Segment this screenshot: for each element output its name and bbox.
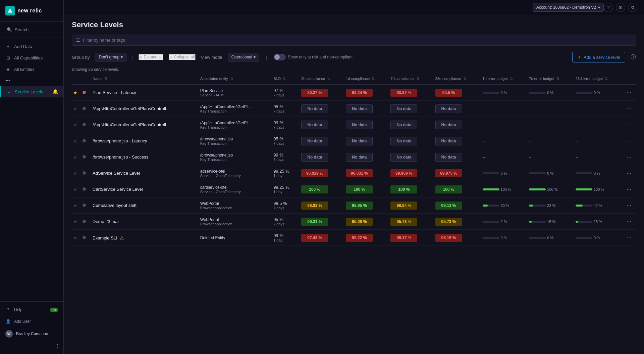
table-help-icon[interactable]: ⓘ bbox=[631, 54, 636, 61]
service-name[interactable]: Cumulative layout shift bbox=[93, 203, 137, 208]
star-button[interactable]: ★ bbox=[73, 90, 77, 95]
star-button[interactable]: ★ bbox=[73, 203, 77, 208]
more-button[interactable]: ··· bbox=[625, 153, 633, 161]
service-name[interactable]: Example SLI bbox=[93, 235, 117, 240]
dash-value: – bbox=[529, 155, 531, 160]
filter-input[interactable] bbox=[83, 38, 632, 43]
service-name[interactable]: /browse/phone.jsp - Latency bbox=[93, 138, 147, 143]
star-cell: ★ bbox=[72, 149, 80, 165]
service-name[interactable]: CartService Service Level bbox=[93, 187, 143, 192]
th-actions bbox=[622, 73, 636, 85]
add-service-level-button[interactable]: ＋ Add a service level bbox=[572, 52, 625, 62]
service-name[interactable]: /App\HttpControllers\GetPlansControll... bbox=[93, 106, 170, 111]
service-name[interactable]: Demo 23 mar bbox=[93, 219, 119, 224]
external-link-button[interactable]: ⧉ bbox=[628, 3, 637, 12]
help-circle-button[interactable]: ? bbox=[604, 3, 613, 12]
help-icon: ? bbox=[5, 307, 11, 313]
c7d-cell: No data bbox=[388, 117, 432, 133]
sidebar-item-label: All Entities bbox=[14, 67, 35, 72]
c28d-cell: No data bbox=[433, 149, 480, 165]
star-button[interactable]: ★ bbox=[73, 235, 77, 240]
dash-value: – bbox=[529, 123, 531, 127]
th-entity[interactable]: Associated entity ⇅ bbox=[198, 73, 271, 85]
th-slo[interactable]: SLO ⇅ bbox=[271, 73, 299, 85]
e28d-cell: 0 % bbox=[573, 85, 622, 101]
progress-bar bbox=[483, 172, 499, 174]
sidebar-item-service-levels[interactable]: ≡ Service Levels 🔔 bbox=[0, 86, 63, 97]
th-1d[interactable]: 1d compliance ⇅ bbox=[343, 73, 388, 85]
more-button[interactable]: ··· bbox=[625, 218, 633, 225]
service-name[interactable]: AdService Service Level bbox=[93, 171, 140, 176]
entity-type: Browser application bbox=[200, 222, 268, 226]
more-button[interactable]: ··· bbox=[625, 105, 633, 112]
star-button[interactable]: ★ bbox=[73, 171, 77, 176]
expand-all-button[interactable]: ⊕ Expand all bbox=[139, 54, 163, 60]
th-error-7d[interactable]: 7d error budget ⇅ bbox=[526, 73, 573, 85]
star-cell: ★ bbox=[72, 230, 80, 246]
sidebar-item-add-data[interactable]: ＋ Add Data bbox=[0, 41, 63, 52]
e28d-cell: 42 % bbox=[573, 197, 622, 214]
status-cell bbox=[80, 133, 90, 149]
th-28d[interactable]: 28d compliance ⇅ bbox=[433, 73, 480, 85]
showing-text: Showing 36 service levels. bbox=[64, 66, 644, 73]
star-button[interactable]: ★ bbox=[73, 122, 77, 128]
compliance-2h: No data bbox=[301, 121, 328, 129]
account-label: Account: 1606862 - Demotron V2 bbox=[536, 5, 596, 10]
view-mode-dropdown[interactable]: Operational ▾ bbox=[228, 53, 259, 61]
slo-cell: 95 % 7 days bbox=[271, 101, 299, 117]
service-name[interactable]: Plan Service - Latency bbox=[93, 90, 136, 95]
more-button[interactable]: ··· bbox=[625, 202, 633, 209]
more-button[interactable]: ··· bbox=[625, 137, 633, 144]
more-button[interactable]: ··· bbox=[625, 234, 633, 241]
c7d-cell: 95.73 % bbox=[388, 214, 432, 230]
service-name[interactable]: /App\HttpControllers\GetPlansControll... bbox=[93, 122, 170, 127]
th-name[interactable]: Name ⇅ bbox=[90, 73, 198, 85]
progress-pct: 15 % bbox=[547, 220, 555, 224]
top-bar-icons: ? ✉ ⧉ bbox=[604, 3, 637, 12]
c28d-cell: 94.5 % bbox=[433, 85, 480, 101]
sidebar-item-all-capabilities[interactable]: ⊞ All Capabilities bbox=[0, 52, 63, 63]
collapse-all-button[interactable]: ⊖ Collapse all bbox=[169, 54, 196, 60]
star-button[interactable]: ★ bbox=[73, 106, 77, 112]
toggle-switch[interactable] bbox=[274, 54, 286, 60]
service-name[interactable]: /browse/phone.jsp - Success bbox=[93, 154, 148, 160]
sidebar-item-help[interactable]: ? Help 70 bbox=[0, 304, 63, 316]
sidebar-item-all-entities[interactable]: ◈ All Entities bbox=[0, 63, 63, 75]
th-2h[interactable]: 2h compliance ⇅ bbox=[299, 73, 343, 85]
progress-pct: 0 % bbox=[501, 236, 507, 240]
sidebar-item-add-user[interactable]: 👤 Add User bbox=[0, 316, 63, 327]
progress-bar bbox=[483, 188, 499, 190]
sidebar-item-more[interactable]: ••• bbox=[0, 75, 63, 86]
name-cell: Cumulative layout shift bbox=[90, 197, 198, 214]
star-button[interactable]: ★ bbox=[73, 154, 77, 160]
c1d-cell: 90.031 % bbox=[343, 165, 388, 181]
entity-name: cartservice-otel bbox=[200, 185, 268, 190]
user-profile[interactable]: BC Bradley Camacho bbox=[0, 327, 63, 341]
star-button[interactable]: ★ bbox=[73, 138, 77, 144]
progress-pct: 0 % bbox=[547, 236, 553, 240]
notifications-button[interactable]: ✉ bbox=[616, 3, 625, 12]
more-button[interactable]: ··· bbox=[625, 186, 633, 193]
account-selector[interactable]: Account: 1606862 - Demotron V2 ▾ bbox=[533, 3, 604, 12]
star-button[interactable]: ★ bbox=[73, 219, 77, 224]
more-button[interactable]: ··· bbox=[625, 89, 633, 96]
progress-bar bbox=[483, 92, 499, 94]
e7d-cell: 0 % bbox=[526, 165, 573, 181]
star-button[interactable]: ★ bbox=[73, 187, 77, 192]
actions-cell: ··· bbox=[622, 101, 636, 117]
group-by-dropdown[interactable]: Don't group ▾ bbox=[95, 53, 126, 61]
search-button[interactable]: 🔍 Search bbox=[4, 25, 59, 34]
toggle-risk[interactable]: Show only at risk and non-compliant bbox=[274, 54, 353, 60]
logo: new relic bbox=[0, 0, 63, 22]
th-error-1d[interactable]: 1d error budget ⇅ bbox=[480, 73, 527, 85]
more-button[interactable]: ··· bbox=[625, 121, 633, 128]
progress-bar bbox=[576, 188, 592, 190]
th-error-28d[interactable]: 28d error budget ⇅ bbox=[573, 73, 622, 85]
collapse-icon[interactable]: ⟨ bbox=[56, 343, 58, 349]
e28d-cell: 0 % bbox=[573, 230, 622, 246]
progress-pct: 100 % bbox=[501, 187, 511, 191]
slo-period: 7 days bbox=[273, 125, 296, 129]
more-button[interactable]: ··· bbox=[625, 170, 633, 177]
th-7d[interactable]: 7d compliance ⇅ bbox=[388, 73, 432, 85]
star-cell: ★ bbox=[72, 165, 80, 181]
